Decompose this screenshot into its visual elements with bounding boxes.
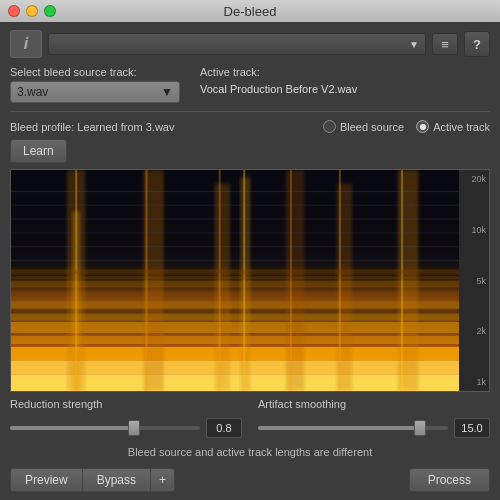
artifact-smoothing-label: Artifact smoothing xyxy=(258,398,490,410)
active-track-label: Active track: xyxy=(200,66,357,78)
track-selection-row: Select bleed source track: 3.wav ▼ Activ… xyxy=(10,66,490,103)
menu-icon: ≡ xyxy=(441,37,449,52)
status-bar: Bleed source and active track lengths ar… xyxy=(10,444,490,460)
title-bar: De-bleed xyxy=(0,0,500,22)
svg-rect-23 xyxy=(243,170,245,391)
status-message: Bleed source and active track lengths ar… xyxy=(128,446,372,458)
menu-button[interactable]: ≡ xyxy=(432,33,458,55)
svg-rect-15 xyxy=(215,184,230,391)
radio-bleed-source-label: Bleed source xyxy=(340,121,404,133)
svg-rect-31 xyxy=(11,246,459,247)
bleed-source-group: Select bleed source track: 3.wav ▼ xyxy=(10,66,180,103)
svg-rect-24 xyxy=(290,170,292,391)
reduction-strength-fill xyxy=(10,426,134,430)
active-track-value: Vocal Production Before V2.wav xyxy=(200,81,357,95)
artifact-smoothing-slider[interactable] xyxy=(258,426,448,430)
artifact-smoothing-group: Artifact smoothing 15.0 xyxy=(258,398,490,438)
reduction-strength-label: Reduction strength xyxy=(10,398,242,410)
reduction-strength-group: Reduction strength 0.8 xyxy=(10,398,242,438)
reduction-strength-value[interactable]: 0.8 xyxy=(206,418,242,438)
preview-button[interactable]: Preview xyxy=(10,468,83,492)
artifact-smoothing-thumb[interactable] xyxy=(414,420,426,436)
reduction-strength-slider[interactable] xyxy=(10,426,200,430)
radio-active-track-circle[interactable] xyxy=(416,120,429,133)
active-track-group: Active track: Vocal Production Before V2… xyxy=(200,66,357,95)
bottom-left-buttons: Preview Bypass + xyxy=(10,468,175,492)
preset-dropdown[interactable]: ▼ xyxy=(48,33,426,55)
sliders-row: Reduction strength 0.8 Artifact smoothin… xyxy=(10,398,490,438)
plus-button[interactable]: + xyxy=(150,468,175,492)
help-label: ? xyxy=(473,37,481,52)
bleed-profile-label: Bleed profile: Learned from 3.wav xyxy=(10,121,174,133)
frequency-labels: 20k 10k 5k 2k 1k xyxy=(459,170,489,391)
svg-rect-33 xyxy=(11,274,459,275)
freq-label-10k: 10k xyxy=(459,225,489,235)
radio-active-track[interactable]: Active track xyxy=(416,120,490,133)
svg-rect-21 xyxy=(145,170,147,391)
divider-1 xyxy=(10,111,490,112)
learn-row: Learn xyxy=(10,139,490,163)
bleed-profile-row: Bleed profile: Learned from 3.wav Bleed … xyxy=(10,120,490,133)
top-bar: i ▼ ≡ ? xyxy=(10,30,490,58)
svg-rect-26 xyxy=(401,170,403,391)
spectrogram-canvas xyxy=(11,170,459,391)
learn-button[interactable]: Learn xyxy=(10,139,67,163)
svg-rect-32 xyxy=(11,260,459,261)
plugin-icon: i xyxy=(10,30,42,58)
svg-rect-35 xyxy=(11,276,459,279)
svg-rect-17 xyxy=(286,170,304,391)
minimize-button[interactable] xyxy=(26,5,38,17)
reduction-strength-thumb[interactable] xyxy=(128,420,140,436)
process-button[interactable]: Process xyxy=(409,468,490,492)
freq-label-2k: 2k xyxy=(459,326,489,336)
dropdown-arrow-icon: ▼ xyxy=(409,39,419,50)
spectrogram-container: 20k 10k 5k 2k 1k xyxy=(10,169,490,392)
bleed-profile-learned: Learned from 3.wav xyxy=(77,121,174,133)
svg-rect-34 xyxy=(11,269,459,273)
artifact-smoothing-fill xyxy=(258,426,420,430)
svg-rect-22 xyxy=(219,170,221,391)
help-button[interactable]: ? xyxy=(464,31,490,57)
freq-label-5k: 5k xyxy=(459,276,489,286)
window-controls[interactable] xyxy=(8,5,56,17)
svg-rect-20 xyxy=(75,170,77,391)
freq-label-1k: 1k xyxy=(459,377,489,387)
radio-active-track-label: Active track xyxy=(433,121,490,133)
bleed-source-value: 3.wav xyxy=(17,85,48,99)
svg-rect-25 xyxy=(339,170,341,391)
plugin-icon-char: i xyxy=(24,35,28,53)
close-button[interactable] xyxy=(8,5,20,17)
maximize-button[interactable] xyxy=(44,5,56,17)
freq-label-20k: 20k xyxy=(459,174,489,184)
radio-group: Bleed source Active track xyxy=(323,120,490,133)
plugin-body: i ▼ ≡ ? Select bleed source track: 3.wav… xyxy=(0,22,500,500)
bleed-profile-prefix: Bleed profile: xyxy=(10,121,77,133)
window-title: De-bleed xyxy=(224,4,277,19)
svg-rect-28 xyxy=(11,205,459,206)
bleed-source-dropdown[interactable]: 3.wav ▼ xyxy=(10,81,180,103)
svg-rect-30 xyxy=(11,232,459,233)
bottom-bar: Preview Bypass + Process xyxy=(10,468,490,492)
bleed-source-label: Select bleed source track: xyxy=(10,66,180,78)
svg-rect-27 xyxy=(11,191,459,192)
bypass-button[interactable]: Bypass xyxy=(83,468,150,492)
svg-rect-29 xyxy=(11,218,459,219)
radio-bleed-source[interactable]: Bleed source xyxy=(323,120,404,133)
artifact-smoothing-value[interactable]: 15.0 xyxy=(454,418,490,438)
bleed-source-arrow-icon: ▼ xyxy=(161,85,173,99)
radio-bleed-source-circle[interactable] xyxy=(323,120,336,133)
